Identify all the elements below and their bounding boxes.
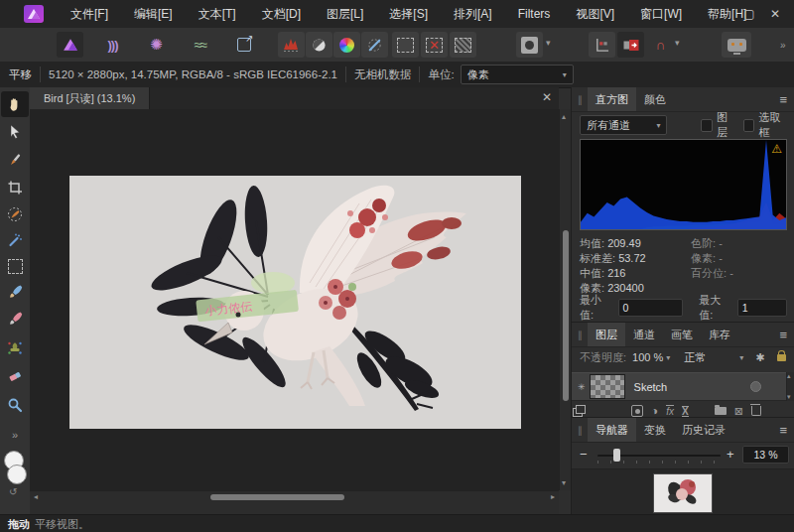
tool-color-picker[interactable] (1, 147, 29, 173)
menu-filters[interactable]: Filters (505, 0, 564, 28)
curves-adjustment-button[interactable] (306, 32, 332, 58)
panel-menu-icon[interactable]: ≡ (779, 423, 787, 438)
menu-arrange[interactable]: 排列[A] (441, 0, 505, 28)
tool-selection-brush[interactable] (1, 201, 29, 227)
scroll-down-arrow[interactable]: ▾ (562, 478, 566, 487)
retouch-button[interactable] (361, 32, 388, 58)
maximize-button[interactable]: ▢ (736, 0, 762, 28)
menu-layer[interactable]: 图层[L] (314, 0, 376, 28)
tool-paint-brush[interactable] (1, 279, 29, 305)
menu-select[interactable]: 选择[S] (376, 0, 441, 28)
quick-mask-button[interactable] (516, 32, 543, 58)
tab-transform[interactable]: 变换 (636, 418, 674, 442)
scroll-right-arrow[interactable]: ▸ (551, 492, 555, 501)
live-filter-icon[interactable]: X (682, 406, 689, 417)
toolbar-overflow-chevron[interactable]: » (780, 40, 786, 51)
layer-name[interactable]: Sketch (634, 381, 668, 393)
layer-row-sketch[interactable]: ✳ Sketch (572, 372, 787, 401)
scroll-left-arrow[interactable]: ◂ (34, 492, 38, 501)
mask-layer-icon[interactable] (631, 405, 643, 417)
snapping-button[interactable]: ∩ (647, 32, 674, 58)
tab-close-button[interactable]: ✕ (542, 90, 552, 104)
tool-zoom[interactable] (1, 392, 29, 418)
tab-navigator[interactable]: 导航器 (588, 418, 636, 442)
min-value-input[interactable]: 0 (618, 299, 684, 317)
quick-mask-dropdown-chevron[interactable]: ▾ (546, 38, 551, 48)
tool-move[interactable] (1, 119, 29, 145)
panel-grip-icon[interactable]: ∥ (578, 330, 583, 340)
levels-adjustment-button[interactable] (278, 32, 305, 58)
scroll-up-arrow[interactable]: ▴ (787, 372, 791, 380)
scroll-up-arrow[interactable]: ▴ (562, 112, 566, 121)
chevron-down-icon[interactable]: ▾ (666, 353, 670, 362)
deselect-button[interactable]: ✕ (421, 32, 448, 58)
assistant-button[interactable] (722, 32, 751, 58)
tool-clone-stamp[interactable] (1, 334, 29, 360)
colors-adjustment-button[interactable] (333, 32, 360, 58)
unit-select[interactable]: 像素 ▾ (461, 65, 574, 84)
tab-color[interactable]: 颜色 (636, 87, 674, 111)
warning-icon[interactable]: ⚠ (771, 142, 782, 156)
vertical-scroll-thumb[interactable] (563, 230, 569, 401)
delete-layer-icon[interactable] (751, 406, 761, 416)
zoom-in-button[interactable]: + (727, 447, 734, 462)
menu-text[interactable]: 文本[T] (186, 0, 249, 28)
tool-flood-select[interactable] (1, 227, 29, 253)
select-layers-icon[interactable]: ⊠ (734, 405, 743, 418)
chevron-down-icon[interactable]: ▾ (739, 353, 743, 362)
zoom-out-button[interactable]: − (580, 447, 588, 462)
opacity-value[interactable]: 100 % (632, 351, 663, 363)
layers-scrollbar[interactable]: ▴ ▾ (786, 372, 794, 401)
panel-menu-icon[interactable]: ≡ (779, 328, 787, 342)
photo-persona-button[interactable] (57, 32, 83, 58)
tool-pan[interactable] (1, 91, 29, 117)
close-button[interactable]: ✕ (762, 0, 788, 28)
minimize-button[interactable]: – (711, 0, 736, 28)
move-by-pixels-button[interactable] (589, 32, 615, 58)
panel-grip-icon[interactable]: ∥ (578, 425, 583, 436)
panel-grip-icon[interactable]: ∥ (578, 94, 583, 105)
group-layers-icon[interactable] (715, 407, 727, 415)
canvas-viewport[interactable]: 小力侬伝 (30, 109, 559, 490)
develop-persona-button[interactable]: ✺ (143, 32, 170, 58)
tab-stock[interactable]: 库存 (701, 323, 738, 346)
max-value-input[interactable]: 1 (737, 299, 787, 317)
tab-brushes[interactable]: 画笔 (663, 323, 701, 346)
scroll-down-arrow[interactable]: ▾ (787, 393, 791, 401)
duplicate-layer-icon[interactable] (576, 405, 586, 414)
tool-pixel-brush[interactable] (1, 306, 29, 332)
tab-channels[interactable]: 通道 (625, 323, 663, 346)
layer-visibility-toggle[interactable] (750, 381, 761, 392)
select-all-button[interactable] (392, 32, 419, 58)
horizontal-scroll-thumb[interactable] (210, 494, 344, 500)
menu-view[interactable]: 视图[V] (563, 0, 627, 28)
menu-document[interactable]: 文档[D] (249, 0, 314, 28)
zoom-slider-track[interactable] (597, 455, 721, 457)
blend-mode-select[interactable]: 正常 (684, 350, 706, 365)
zoom-value-input[interactable]: 13 % (742, 446, 789, 464)
channel-select[interactable]: 所有通道 ▾ (580, 115, 667, 135)
layer-thumbnail[interactable] (590, 374, 625, 399)
reset-colors-icon[interactable]: ↺ (9, 486, 17, 497)
tab-history[interactable]: 历史记录 (674, 418, 733, 442)
menu-window[interactable]: 窗口[W] (627, 0, 695, 28)
menu-file[interactable]: 文件[F] (58, 0, 121, 28)
more-tools-chevron[interactable]: » (1, 422, 29, 448)
liquify-persona-button[interactable]: ))) (99, 32, 126, 58)
tab-layers[interactable]: 图层 (588, 323, 625, 346)
tool-crop[interactable] (1, 175, 29, 200)
layer-effects-icon[interactable]: fx (666, 405, 674, 417)
foreground-color-swatch[interactable] (7, 465, 27, 484)
navigator-thumbnail[interactable] (654, 474, 712, 512)
adjustment-layer-icon[interactable]: ◑ (651, 404, 658, 418)
marquee-checkbox[interactable] (743, 119, 755, 132)
layers-checkbox[interactable] (701, 119, 713, 132)
tool-marquee[interactable] (1, 253, 29, 279)
export-persona-button[interactable]: ↗ (230, 32, 257, 58)
menu-edit[interactable]: 编辑[E] (121, 0, 186, 28)
panel-menu-icon[interactable]: ≡ (779, 92, 787, 107)
snapping-dropdown-chevron[interactable]: ▾ (675, 38, 680, 48)
document-tab[interactable]: Bird [只读] (13.1%) (30, 87, 150, 109)
lock-icon[interactable] (777, 354, 786, 361)
gear-icon[interactable]: ✱ (755, 351, 764, 364)
